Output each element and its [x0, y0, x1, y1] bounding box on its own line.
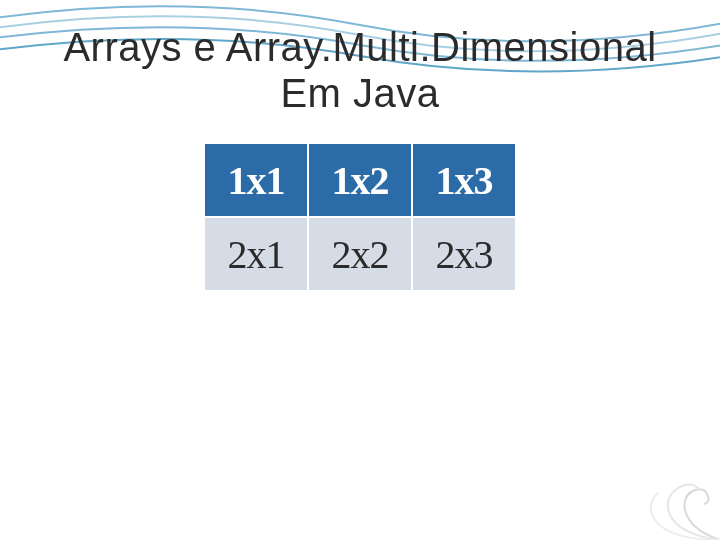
array-table: 1x1 1x2 1x3 2x1 2x2 2x3: [203, 142, 517, 292]
title-line-1: Arrays e Array.Multi.Dimensional: [63, 25, 656, 69]
table-row: 2x1 2x2 2x3: [204, 217, 516, 291]
table-cell: 2x2: [308, 217, 412, 291]
table-cell: 1x3: [412, 143, 516, 217]
table-cell: 1x2: [308, 143, 412, 217]
slide-title: Arrays e Array.Multi.Dimensional Em Java: [0, 24, 720, 116]
table-cell: 1x1: [204, 143, 308, 217]
title-line-2: Em Java: [280, 71, 439, 115]
table-row: 1x1 1x2 1x3: [204, 143, 516, 217]
table-cell: 2x3: [412, 217, 516, 291]
decorative-corner-swirl: [600, 460, 720, 540]
table-cell: 2x1: [204, 217, 308, 291]
